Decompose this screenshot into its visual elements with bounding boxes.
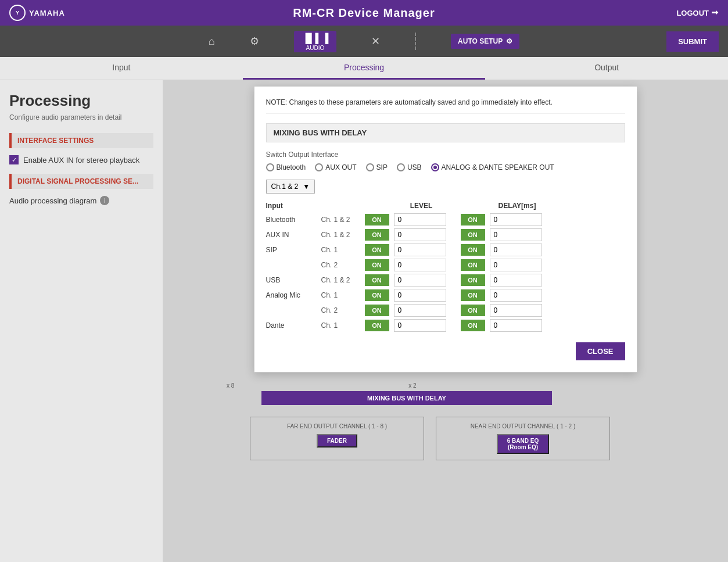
radio-sip[interactable]: SIP	[366, 163, 388, 171]
checkbox-icon: ✓	[9, 155, 19, 164]
modal-dialog: NOTE: Changes to these parameters are au…	[254, 86, 637, 373]
row-on1-btn-2[interactable]: ON	[365, 244, 389, 256]
row-level-input-4[interactable]	[394, 274, 446, 287]
sub-nav: Input Processing Output	[0, 57, 728, 80]
near-end-box: NEAR END OUTPUT CHANNEL ( 1 - 2 ) 6 BAND…	[436, 417, 610, 460]
nav-audio-icon[interactable]: ▐▌▌▐ AUDIO	[294, 31, 336, 52]
nav-tools-icon[interactable]: ✕	[371, 35, 380, 48]
page-body: Processing Configure audio parameters in…	[0, 80, 728, 562]
radio-analog-dante[interactable]: ANALOG & DANTE SPEAKER OUT	[431, 163, 554, 171]
row-on1-btn-0[interactable]: ON	[365, 214, 389, 225]
yamaha-logo: Y YAMAHA	[9, 5, 65, 21]
row-on2-btn-7[interactable]: ON	[461, 320, 485, 331]
radio-aux-out[interactable]: AUX OUT	[315, 163, 356, 171]
row-channel-6: Ch. 2	[321, 306, 365, 314]
tab-input[interactable]: Input	[0, 57, 243, 80]
row-delay-input-6[interactable]	[490, 304, 542, 317]
nav-divider	[415, 33, 416, 50]
eq-button[interactable]: 6 BAND EQ(Room EQ)	[497, 434, 549, 454]
nav-settings-icon[interactable]: ⚙	[250, 35, 259, 48]
row-level-input-6[interactable]	[394, 304, 446, 317]
table-row: SIP Ch. 1 ON ON	[266, 244, 625, 256]
info-icon: i	[100, 196, 109, 205]
row-channel-5: Ch. 1	[321, 291, 365, 299]
row-input-4: USB	[266, 276, 321, 284]
row-on1-btn-5[interactable]: ON	[365, 289, 389, 301]
col-level-header: LEVEL	[394, 202, 449, 210]
row-input-0: Bluetooth	[266, 216, 321, 224]
row-delay-input-4[interactable]	[490, 274, 542, 287]
row-level-input-3[interactable]	[394, 259, 446, 271]
row-channel-7: Ch. 1	[321, 321, 365, 330]
radio-circle-bluetooth	[266, 163, 274, 171]
auto-setup-button[interactable]: AUTO SETUP ⚙	[451, 34, 519, 49]
tab-processing[interactable]: Processing	[243, 57, 486, 80]
row-on1-btn-1[interactable]: ON	[365, 229, 389, 241]
close-button[interactable]: CLOSE	[576, 342, 625, 360]
col-input-header: Input	[266, 202, 321, 210]
row-on2-btn-0[interactable]: ON	[461, 214, 485, 225]
radio-circle-analog-dante	[431, 163, 439, 171]
far-end-label: FAR END OUTPUT CHANNEL ( 1 - 8 )	[256, 423, 418, 429]
row-level-input-0[interactable]	[394, 213, 446, 226]
table-row: AUX IN Ch. 1 & 2 ON ON	[266, 228, 625, 241]
far-end-box: FAR END OUTPUT CHANNEL ( 1 - 8 ) FADER	[250, 417, 424, 460]
row-level-input-5[interactable]	[394, 289, 446, 302]
table-row: Bluetooth Ch. 1 & 2 ON ON	[266, 213, 625, 226]
sidebar: Processing Configure audio parameters in…	[0, 80, 163, 562]
row-delay-input-0[interactable]	[490, 213, 542, 226]
sidebar-title: Processing	[9, 92, 153, 110]
row-on2-btn-3[interactable]: ON	[461, 259, 485, 271]
tab-output[interactable]: Output	[485, 57, 728, 80]
row-on1-btn-6[interactable]: ON	[365, 305, 389, 316]
row-delay-input-5[interactable]	[490, 289, 542, 302]
switch-output-label: Switch Output Interface	[266, 151, 625, 159]
row-delay-input-7[interactable]	[490, 319, 542, 332]
top-header: Y YAMAHA RM-CR Device Manager LOGOUT ⮕	[0, 0, 728, 26]
chevron-down-icon: ▼	[303, 182, 310, 191]
enable-aux-checkbox[interactable]: ✓ Enable AUX IN for stereo playback	[9, 155, 153, 164]
radio-circle-sip	[366, 163, 374, 171]
row-on2-btn-2[interactable]: ON	[461, 244, 485, 256]
nav-bar: ⌂ ⚙ ▐▌▌▐ AUDIO ✕ AUTO SETUP ⚙ SUBMIT	[0, 26, 728, 57]
mixing-table: Bluetooth Ch. 1 & 2 ON ON AUX IN Ch. 1 &…	[266, 213, 625, 332]
row-on1-btn-7[interactable]: ON	[365, 320, 389, 331]
row-level-input-1[interactable]	[394, 228, 446, 241]
row-channel-3: Ch. 2	[321, 261, 365, 269]
row-on1-btn-3[interactable]: ON	[365, 259, 389, 271]
logout-button[interactable]: LOGOUT ⮕	[676, 9, 719, 17]
row-delay-input-1[interactable]	[490, 228, 542, 241]
row-on1-btn-4[interactable]: ON	[365, 274, 389, 286]
dsp-diagram-link[interactable]: Audio processing diagram i	[9, 196, 153, 205]
x8-label: x 8	[227, 382, 234, 389]
channel-select[interactable]: Ch.1 & 2 ▼	[266, 180, 315, 194]
radio-circle-usb	[397, 163, 405, 171]
submit-button[interactable]: SUBMIT	[666, 31, 719, 52]
fader-button[interactable]: FADER	[317, 434, 357, 448]
row-input-2: SIP	[266, 246, 321, 254]
row-on2-btn-1[interactable]: ON	[461, 229, 485, 241]
row-level-input-7[interactable]	[394, 319, 446, 332]
radio-bluetooth[interactable]: Bluetooth	[266, 163, 306, 171]
modal-section-title: MIXING BUS WITH DELAY	[266, 123, 625, 142]
row-channel-4: Ch. 1 & 2	[321, 276, 365, 284]
modal-overlay: NOTE: Changes to these parameters are au…	[163, 80, 728, 373]
far-near-row: FAR END OUTPUT CHANNEL ( 1 - 8 ) FADER N…	[250, 417, 610, 460]
radio-circle-aux-out	[315, 163, 323, 171]
app-title: RM-CR Device Manager	[293, 6, 435, 20]
row-input-1: AUX IN	[266, 231, 321, 239]
nav-audio-label: AUDIO	[306, 45, 325, 51]
row-channel-1: Ch. 1 & 2	[321, 231, 365, 239]
row-on2-btn-6[interactable]: ON	[461, 305, 485, 316]
modal-note: NOTE: Changes to these parameters are au…	[266, 98, 625, 114]
row-on2-btn-4[interactable]: ON	[461, 274, 485, 286]
row-on2-btn-5[interactable]: ON	[461, 289, 485, 301]
row-delay-input-3[interactable]	[490, 259, 542, 271]
row-level-input-2[interactable]	[394, 244, 446, 256]
nav-home-icon[interactable]: ⌂	[209, 35, 215, 48]
radio-usb[interactable]: USB	[397, 163, 422, 171]
row-delay-input-2[interactable]	[490, 244, 542, 256]
yamaha-logo-text: YAMAHA	[29, 9, 65, 17]
diagram-content: x 8 x 2 MIXING BUS WITH DELAY FAR END OU…	[168, 382, 722, 460]
radio-group: Bluetooth AUX OUT SIP USB	[266, 163, 625, 171]
